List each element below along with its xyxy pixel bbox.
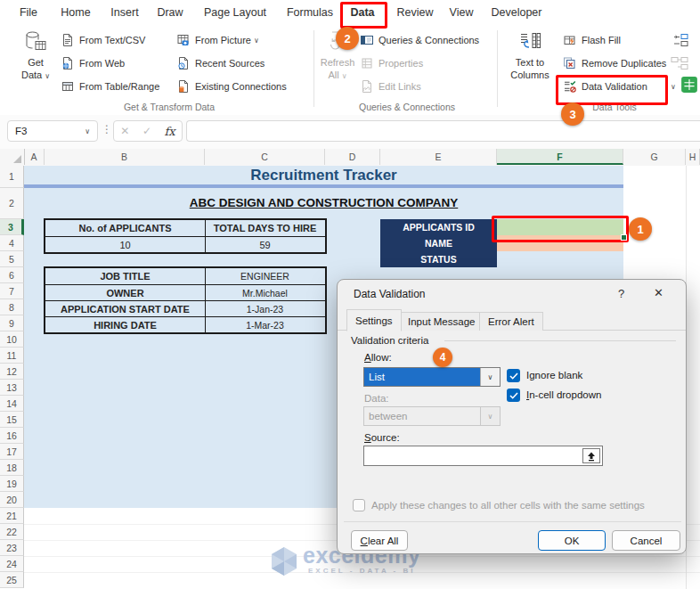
get-data-button[interactable]: Get Data∨: [12, 29, 59, 83]
row-header[interactable]: 14: [0, 396, 24, 412]
from-picture-button[interactable]: From Picture∨: [176, 32, 259, 48]
close-icon[interactable]: ✕: [654, 286, 663, 299]
row-header-1[interactable]: 1: [0, 166, 24, 188]
row-header[interactable]: 20: [0, 492, 24, 508]
apply-changes-checkbox[interactable]: [353, 499, 365, 511]
tab-data[interactable]: Data: [350, 6, 374, 19]
cancel-button[interactable]: Cancel: [612, 530, 680, 551]
table-cell[interactable]: 10: [45, 237, 206, 252]
existing-connections-button[interactable]: Existing Connections: [176, 78, 287, 94]
tab-review[interactable]: Review: [397, 6, 434, 19]
tab-file[interactable]: File: [20, 6, 37, 19]
recent-sources-button[interactable]: Recent Sources: [176, 55, 265, 71]
in-cell-dropdown-checkbox[interactable]: [507, 389, 520, 402]
cancel-entry-icon[interactable]: ✕: [120, 125, 129, 137]
table-cell[interactable]: JOB TITLE: [45, 268, 206, 284]
tab-settings[interactable]: Settings: [346, 309, 402, 331]
table-cell[interactable]: Mr.Michael: [206, 285, 324, 300]
row-header[interactable]: 13: [0, 380, 24, 396]
tab-formulas[interactable]: Formulas: [287, 6, 333, 19]
row-header[interactable]: 11: [0, 348, 24, 364]
col-header-c[interactable]: C: [205, 149, 325, 165]
data-validation-chevron-icon[interactable]: ∨: [671, 83, 676, 91]
tab-page-layout[interactable]: Page Layout: [204, 6, 266, 19]
help-icon[interactable]: ?: [618, 287, 624, 300]
row-header-3[interactable]: 3: [0, 219, 24, 235]
from-table-range-button[interactable]: From Table/Range: [61, 78, 159, 94]
name-box[interactable]: F3 ∨: [7, 120, 98, 142]
row-header[interactable]: 7: [0, 283, 24, 299]
table-cell[interactable]: No. of APPLICANTS: [45, 220, 206, 236]
row-header[interactable]: 25: [0, 572, 24, 588]
ok-button[interactable]: OK: [538, 530, 606, 551]
row-header[interactable]: 5: [0, 251, 24, 267]
chevron-down-icon[interactable]: ∨: [480, 368, 500, 386]
tab-draw[interactable]: Draw: [157, 6, 183, 19]
clear-all-button[interactable]: Clear All: [351, 530, 408, 551]
consolidate-button[interactable]: [673, 32, 694, 48]
ignore-blank-checkbox[interactable]: [507, 369, 520, 382]
data-dropdown[interactable]: between ∨: [363, 406, 501, 426]
row-header[interactable]: 4: [0, 235, 24, 251]
row-header[interactable]: 16: [0, 428, 24, 444]
tab-developer[interactable]: Developer: [492, 6, 542, 19]
col-header-g[interactable]: G: [623, 149, 686, 165]
collapse-dialog-button[interactable]: [582, 448, 600, 463]
from-web-button[interactable]: From Web: [61, 55, 125, 71]
row-header[interactable]: 22: [0, 524, 24, 540]
row-header[interactable]: 9: [0, 315, 24, 331]
row-header[interactable]: 24: [0, 556, 24, 572]
cell-f4[interactable]: [497, 235, 623, 251]
cell-f3-selected[interactable]: [497, 219, 623, 235]
table-cell[interactable]: HIRING DATE: [45, 317, 206, 332]
col-header-a[interactable]: A: [24, 149, 45, 165]
col-header-d[interactable]: D: [325, 149, 380, 165]
name-label[interactable]: NAME: [380, 235, 497, 251]
col-header-h[interactable]: H: [686, 149, 700, 165]
queries-connections-button[interactable]: Queries & Connections: [360, 32, 479, 48]
row-header[interactable]: 19: [0, 476, 24, 492]
row-header[interactable]: 15: [0, 412, 24, 428]
from-text-csv-button[interactable]: From Text/CSV: [61, 32, 145, 48]
applicants-id-label[interactable]: APPLICANTS ID: [380, 219, 497, 235]
formula-input[interactable]: [186, 120, 700, 142]
insert-function-icon[interactable]: fx: [165, 125, 175, 138]
source-input[interactable]: [363, 446, 603, 466]
table-cell[interactable]: TOTAL DAYS TO HIRE: [206, 220, 324, 236]
tab-insert[interactable]: Insert: [110, 6, 138, 19]
row-header[interactable]: 17: [0, 444, 24, 460]
select-all-corner[interactable]: [0, 149, 25, 165]
properties-button[interactable]: Properties: [360, 55, 423, 71]
tab-view[interactable]: View: [450, 6, 474, 19]
remove-duplicates-button[interactable]: Remove Duplicates: [563, 55, 666, 71]
row-header[interactable]: 23: [0, 540, 24, 556]
data-validation-button[interactable]: Data Validation: [563, 78, 647, 94]
text-to-columns-button[interactable]: Text to Columns: [506, 29, 554, 81]
row-header[interactable]: 21: [0, 508, 24, 524]
status-label[interactable]: STATUS: [380, 251, 497, 267]
tab-input-message[interactable]: Input Message: [399, 312, 484, 331]
row-header[interactable]: 8: [0, 299, 24, 315]
col-header-e[interactable]: E: [380, 149, 497, 165]
row-header[interactable]: 6: [0, 267, 24, 283]
tab-error-alert[interactable]: Error Alert: [479, 312, 543, 331]
row-header[interactable]: 18: [0, 460, 24, 476]
fill-handle[interactable]: [621, 234, 627, 241]
table-cell[interactable]: APPLICATION START DATE: [45, 301, 206, 316]
confirm-entry-icon[interactable]: ✓: [142, 125, 151, 137]
table-cell[interactable]: 1-Jan-23: [206, 301, 324, 316]
table-cell[interactable]: OWNER: [45, 285, 206, 300]
allow-dropdown[interactable]: List ∨: [363, 367, 501, 387]
col-header-f[interactable]: F: [497, 149, 623, 165]
col-header-b[interactable]: B: [45, 149, 205, 165]
data-model-button[interactable]: [680, 77, 700, 93]
row-header[interactable]: 12: [0, 364, 24, 380]
row-header-2[interactable]: 2: [0, 188, 24, 219]
relationships-button[interactable]: [671, 55, 693, 71]
edit-links-button[interactable]: Edit Links: [360, 78, 421, 94]
table-cell[interactable]: ENGINEER: [206, 268, 324, 284]
table-cell[interactable]: 1-Mar-23: [206, 317, 324, 332]
tab-home[interactable]: Home: [61, 6, 90, 19]
row-header[interactable]: 10: [0, 331, 24, 348]
flash-fill-button[interactable]: Flash Fill: [563, 32, 621, 48]
